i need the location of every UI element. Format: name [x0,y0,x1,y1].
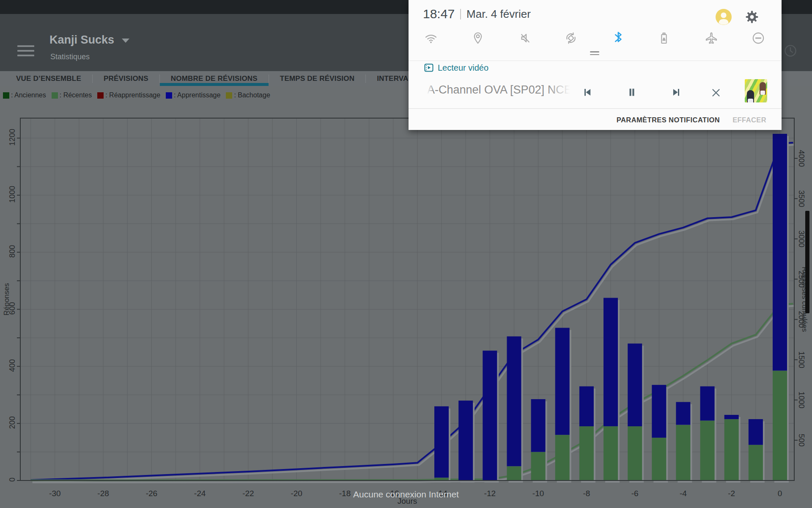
legend-item: : Réapprentissage [97,91,160,99]
svg-text:3000: 3000 [797,230,806,247]
legend-item: : Récentes [52,91,92,99]
clock-date-row: 18:47 Mar. 4 février [423,6,531,22]
svg-text:4000: 4000 [797,150,806,167]
svg-text:Réponses: Réponses [3,283,11,316]
legend-item: : Apprentissage [166,91,220,99]
notification-shade: 18:47 Mar. 4 février [409,0,782,130]
scrollbar-thumb[interactable] [805,211,809,313]
svg-text:200: 200 [8,416,16,429]
user-avatar[interactable] [716,9,732,25]
quick-setting-auto-rotate[interactable] [564,31,578,45]
close-icon [710,86,722,99]
svg-text:3500: 3500 [797,190,806,207]
svg-text:2500: 2500 [797,271,806,287]
svg-text:0: 0 [8,478,16,482]
svg-text:500: 500 [797,434,806,447]
quick-setting-battery[interactable] [657,31,671,45]
airplane-icon [704,31,719,45]
deck-selector[interactable]: Kanji Sucks [49,33,129,47]
album-art[interactable] [745,79,767,102]
page-title: Kanji Sucks [49,33,114,46]
status-date[interactable]: Mar. 4 février [466,8,531,21]
active-tab-indicator [160,83,269,86]
dismiss-notification-button[interactable] [710,86,722,99]
tab-previsions[interactable]: PRÉVISIONS [93,71,159,86]
mute-icon [518,31,532,45]
page-subtitle: Statistiques [50,52,90,61]
svg-text:2000: 2000 [797,311,806,328]
tab-nombre-de-revisions[interactable]: NOMBRE DE RÉVISIONS [160,71,269,86]
shade-divider [409,61,782,61]
quick-setting-mute[interactable] [518,31,532,45]
shade-handle[interactable] [590,51,599,57]
legend-swatch-reapprentissage [97,92,104,99]
notification-app-name[interactable]: Lecteur vidéo [438,63,488,72]
location-icon [471,31,485,45]
tab-vue-densemble[interactable]: VUE D’ENSEMBLE [5,71,92,86]
album-art-figure [747,90,754,102]
svg-text:600: 600 [8,302,16,315]
notification-settings-button[interactable]: PARAMÈTRES NOTIFICATION [617,113,720,126]
legend-item: : Anciennes [3,91,46,99]
quick-setting-wifi[interactable] [424,31,438,45]
svg-text:400: 400 [8,359,16,372]
wifi-icon [424,31,438,45]
clear-notifications-button[interactable]: EFFACER [732,113,766,126]
auto-rotate-icon [564,31,578,45]
avatar-icon [716,9,732,25]
previous-icon [581,86,593,99]
quick-setting-location[interactable] [471,31,485,45]
pause-button[interactable] [625,86,638,99]
legend-swatch-bachotage [226,92,232,99]
gear-icon [744,9,760,25]
do-not-disturb-icon [751,31,765,45]
next-icon [670,86,683,99]
menu-icon[interactable] [17,45,34,57]
toast-message: Aucune connexion Internet [0,489,812,500]
legend-swatch-recentes [52,92,58,99]
battery-icon [657,31,671,45]
history-clock-button[interactable] [780,41,801,61]
quick-setting-airplane-mode[interactable] [704,31,719,45]
previous-button[interactable] [581,86,593,99]
album-art-figure [760,82,766,95]
svg-text:1500: 1500 [797,351,806,368]
screen: Kanji Sucks Statistiques VUE D’ENSEMBLE … [0,0,812,508]
svg-text:1200: 1200 [8,129,16,146]
svg-text:1000: 1000 [8,186,16,203]
settings-button[interactable] [744,9,760,25]
media-title: A-Channel OVA [SP02] NCED [427,83,570,98]
chevron-down-icon [122,39,129,43]
legend-swatch-anciennes [3,92,9,99]
shade-divider [409,108,782,109]
legend-swatch-apprentissage [166,92,172,99]
legend-item: : Bachotage [226,91,270,99]
bluetooth-icon [611,31,625,45]
svg-text:1000: 1000 [797,392,806,409]
video-player-app-icon [424,63,433,72]
svg-text:800: 800 [8,245,16,258]
clock-icon [784,44,797,58]
quick-setting-do-not-disturb[interactable] [751,31,765,45]
time-date-divider [460,9,461,19]
status-time: 18:47 [423,7,455,21]
quick-setting-bluetooth[interactable] [611,31,625,45]
tab-temps-de-revision[interactable]: TEMPS DE RÉVISION [269,71,365,86]
pause-icon [625,86,638,99]
next-button[interactable] [670,86,683,99]
